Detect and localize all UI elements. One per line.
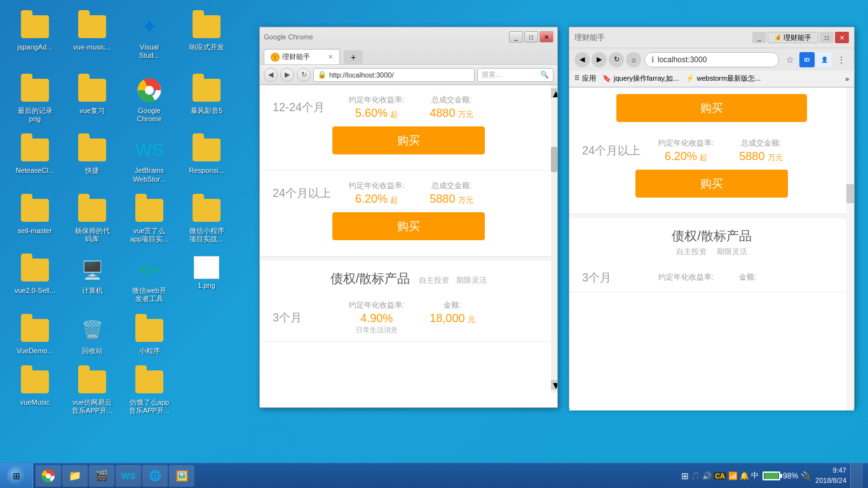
amount-stat-3mo: 金额: 18,000 元: [430, 300, 475, 335]
taskbar-webstorm[interactable]: WS: [116, 465, 141, 487]
icon-vue-music2[interactable]: vueMusic: [10, 365, 60, 418]
taskbar-ie[interactable]: 🌐: [142, 465, 168, 487]
icon-responsi[interactable]: Responsi...: [181, 133, 232, 186]
icon-webstorm[interactable]: WS JetBrainsWebStor...: [124, 133, 175, 186]
icon-vue-wyy[interactable]: vue仿网易云音乐APP开...: [67, 365, 118, 418]
apps-bookmark[interactable]: ⠿ 应用: [574, 74, 596, 83]
new-tab-button[interactable]: +: [344, 50, 363, 64]
right-amount-stat-24plus: 总成交金额: 5880 万元: [739, 138, 783, 163]
tray-icon-input: 中: [751, 470, 759, 481]
top-buy-section: 购买: [569, 88, 854, 128]
browser2-home[interactable]: ⌂: [626, 52, 641, 67]
menu-icon[interactable]: ⋮: [834, 52, 849, 67]
icon-1png[interactable]: 1.png: [181, 253, 232, 306]
icon-vue20[interactable]: vue2.0-Sell...: [10, 253, 60, 306]
star-icon[interactable]: ☆: [782, 52, 797, 67]
desktop-icon-grid: jspangAd... vue-music... ✦ VisualStud...…: [0, 0, 241, 428]
scrollbar-thumb[interactable]: [551, 147, 557, 172]
top-buy-button[interactable]: 购买: [616, 94, 807, 122]
show-desktop-button[interactable]: [850, 463, 863, 489]
browser2-restore[interactable]: □: [820, 32, 834, 43]
power-plug-icon: 🔌: [801, 471, 811, 481]
icon-vue-review[interactable]: vue复习: [67, 73, 118, 126]
icon-google-chrome[interactable]: GoogleChrome: [124, 73, 175, 126]
right-buy-button-24plus[interactable]: 购买: [635, 170, 788, 198]
product-category: 债权/散标产品 自主投资 期限灵活: [260, 261, 557, 290]
tray-icon-network: 📶: [728, 471, 738, 480]
taskbar-photo[interactable]: 🖼️: [169, 465, 194, 487]
back-button[interactable]: ◀: [264, 68, 278, 82]
icon-computer[interactable]: 🖥️ 计算机: [67, 253, 118, 306]
chrome-taskbar-icon: [41, 468, 56, 484]
browser2-address-bar[interactable]: ℹ localhost:3000: [644, 52, 779, 67]
browser1-title-text: Google Chrome: [264, 33, 313, 41]
browser2-addressbar: ◀ ▶ ↻ ⌂ ℹ localhost:3000 ☆ ID 👤 ⋮: [569, 48, 854, 71]
webstorm-taskbar-icon: WS: [121, 468, 136, 484]
icon-baofeng[interactable]: 暴风影音5: [181, 73, 232, 126]
icon-wechat-mini[interactable]: 微信小程序项目实战...: [181, 193, 232, 247]
tab-close-icon[interactable]: ✕: [328, 53, 333, 60]
search-bar[interactable]: 搜索... 🔍: [477, 68, 553, 82]
maximize-button[interactable]: □: [524, 31, 538, 43]
icon-recycle[interactable]: 🗑️ 回收站: [67, 313, 118, 358]
icon-sell-master[interactable]: sell-master: [10, 193, 60, 247]
icon-eleme[interactable]: 仿饿了么app音乐APP开...: [124, 365, 175, 418]
browser2-minimize[interactable]: _: [752, 32, 766, 43]
browser2-scrollbar[interactable]: [846, 88, 854, 410]
icon-vue-demo[interactable]: VueDemo...: [10, 313, 60, 358]
right-amount-stat-3mo: 金额:: [739, 272, 756, 284]
icon-visual-studio[interactable]: ✦ VisualStud...: [124, 10, 175, 67]
browser2-extension-1[interactable]: ID: [799, 52, 815, 67]
webstorm-bookmark[interactable]: ⚡ webstorm最新版怎...: [686, 74, 761, 83]
battery-text: 98%: [783, 471, 798, 480]
icon-responsive[interactable]: 响应式开发: [181, 10, 232, 67]
refresh-button[interactable]: ↻: [297, 68, 311, 82]
product-stats-12-24: 约定年化收益率: 5.60% 起 总成交金额: 4880 万元: [349, 95, 473, 120]
browser2-scrollbar-thumb[interactable]: [846, 184, 854, 203]
minimize-button[interactable]: _: [509, 31, 523, 43]
browser2-forward[interactable]: ▶: [592, 52, 607, 67]
icon-mini-program[interactable]: 小程序: [124, 313, 175, 358]
browser2-finance: 购买 24个月以上 约定年化收益率: 6.20% 起: [569, 88, 854, 410]
icon-jspangad[interactable]: jspangAd...: [10, 10, 60, 67]
close-button[interactable]: ✕: [539, 31, 553, 43]
lock-icon: 🔒: [318, 71, 327, 79]
right-product-category: 债权/散标产品 自主投资 期限灵活: [569, 218, 854, 261]
browser2-back[interactable]: ◀: [574, 52, 590, 67]
browser1-scrollbar[interactable]: ▲ ▼: [551, 85, 557, 393]
tab-licai[interactable]: 💰 理财能手 ✕: [264, 49, 340, 64]
taskbar-media[interactable]: 🎬: [89, 465, 114, 487]
product-stats-24plus: 约定年化收益率: 6.20% 起 总成交金额: 5880 万元: [349, 180, 473, 206]
scroll-up-button[interactable]: ▲: [551, 88, 557, 98]
jquery-bookmark[interactable]: 🔖 jquery操作farray,如...: [602, 74, 679, 83]
media-taskbar-icon: 🎬: [94, 468, 109, 484]
browser2-tab-button[interactable]: 💰 理财能手: [768, 32, 818, 43]
start-button[interactable]: ⊞: [0, 463, 33, 489]
address-bar[interactable]: 🔒 http://localhost:3000/: [313, 68, 475, 82]
browser2-close[interactable]: ✕: [835, 32, 849, 43]
buy-button-24plus[interactable]: 购买: [332, 212, 485, 240]
bookmarks-expand[interactable]: »: [845, 75, 849, 83]
browser2-refresh[interactable]: ↻: [609, 52, 624, 67]
browser2-toolbar-right: ☆ ID 👤 ⋮: [782, 52, 849, 67]
buy-button-12-24[interactable]: 购买: [332, 126, 485, 154]
browser2-content: 购买 24个月以上 约定年化收益率: 6.20% 起: [569, 88, 854, 410]
icon-vue-app[interactable]: vue茨了么app项目实...: [124, 193, 175, 247]
taskbar-chrome[interactable]: [36, 465, 61, 487]
scroll-down-button[interactable]: ▼: [551, 380, 557, 390]
tray-icon-1: ⊞: [681, 471, 689, 481]
icon-shortcut[interactable]: 快捷: [67, 133, 118, 186]
info-icon: ℹ: [651, 55, 654, 64]
browser2-extension-2[interactable]: 👤: [817, 52, 832, 67]
start-orb-icon: ⊞: [7, 466, 26, 485]
svg-point-5: [46, 473, 51, 478]
right-product-section-24plus: 24个月以上 约定年化收益率: 6.20% 起 总成交金额:: [569, 128, 854, 214]
forward-button[interactable]: ▶: [280, 68, 294, 82]
icon-vue-music[interactable]: vue-music...: [67, 10, 118, 67]
icon-last-record[interactable]: 最后的记录png: [10, 73, 60, 126]
taskbar-explorer[interactable]: 📁: [62, 465, 88, 487]
explorer-taskbar-icon: 📁: [67, 468, 83, 484]
icon-netease[interactable]: NeteaseCl...: [10, 133, 60, 186]
icon-yang-code[interactable]: 杨保帅的代码库: [67, 193, 118, 247]
icon-wechat-dev[interactable]: </> 微信web开发者工具: [124, 253, 175, 306]
